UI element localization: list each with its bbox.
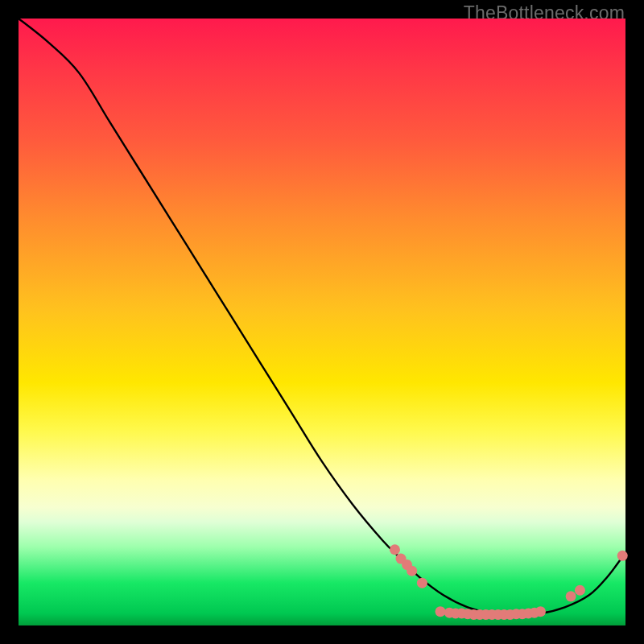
dot (390, 544, 400, 555)
plot-area (19, 19, 625, 625)
dot (535, 606, 546, 617)
chart-stage: TheBottleneck.com (0, 0, 644, 644)
dot (575, 585, 585, 596)
dot (436, 606, 446, 617)
bottleneck-curve (19, 19, 625, 614)
dot (617, 551, 628, 561)
dot (407, 566, 417, 576)
dot (417, 578, 427, 588)
highlight-dots (390, 544, 628, 620)
curve-layer (19, 19, 625, 625)
dot (566, 591, 576, 601)
